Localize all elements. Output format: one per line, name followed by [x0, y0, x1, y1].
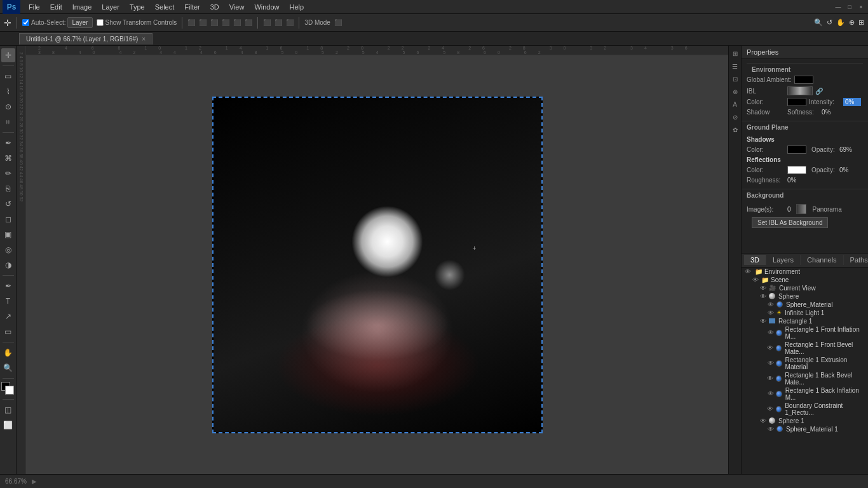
- menu-file[interactable]: File: [24, 2, 44, 12]
- quick-mask-icon[interactable]: ◫: [1, 403, 15, 417]
- crop-tool[interactable]: ⌗: [1, 115, 15, 129]
- color-swatch[interactable]: [787, 98, 806, 106]
- tab-paths[interactable]: Paths: [844, 255, 868, 265]
- show-transform-checkbox[interactable]: [97, 19, 104, 26]
- close-button[interactable]: ×: [857, 3, 865, 11]
- rectangular-marquee-tool[interactable]: ▭: [1, 69, 15, 83]
- right-icon-7[interactable]: ✿: [730, 125, 740, 135]
- eye-icon-rect1[interactable]: 👁: [759, 318, 767, 325]
- menu-view[interactable]: View: [225, 2, 249, 12]
- quick-selection-tool[interactable]: ⊙: [1, 100, 15, 114]
- eye-icon-r1fb[interactable]: 👁: [767, 344, 774, 351]
- align-center-icon[interactable]: ⬛: [199, 19, 207, 26]
- shadow-color-swatch[interactable]: [787, 146, 806, 154]
- maximize-button[interactable]: □: [845, 3, 854, 11]
- gradient-tool[interactable]: ▣: [1, 227, 15, 241]
- eye-icon-sphere[interactable]: 👁: [759, 293, 767, 300]
- tree-item-sphere1[interactable]: 👁 Sphere 1: [742, 417, 868, 425]
- set-ibl-button[interactable]: Set IBL As Background: [752, 217, 828, 228]
- 3d-orbit-icon[interactable]: ⊕: [849, 18, 855, 27]
- eye-icon-r1bi[interactable]: 👁: [767, 390, 774, 397]
- tree-item-rect1-extrusion[interactable]: 👁 Rectangle 1 Extrusion Material: [742, 356, 868, 371]
- brush-tool[interactable]: ✏: [1, 166, 15, 180]
- background-color[interactable]: [5, 386, 14, 395]
- tree-item-current-view[interactable]: 👁 🎥 Current View: [742, 284, 868, 292]
- tree-item-rect1-back-inflation[interactable]: 👁 Rectangle 1 Back Inflation M...: [742, 386, 868, 402]
- eye-icon-light[interactable]: 👁: [767, 309, 775, 316]
- distribute-right-icon[interactable]: ⬛: [286, 19, 294, 26]
- screen-mode-icon[interactable]: ⬜: [1, 418, 15, 432]
- distribute-center-icon[interactable]: ⬛: [275, 19, 282, 26]
- eye-icon-r1bb[interactable]: 👁: [767, 375, 774, 382]
- tree-item-rect1-front-bevel[interactable]: 👁 Rectangle 1 Front Bevel Mate...: [742, 341, 868, 356]
- pen-tool[interactable]: ✒: [1, 279, 15, 293]
- eye-icon-sphere-mat1[interactable]: 👁: [767, 426, 775, 433]
- zoom-tool[interactable]: 🔍: [1, 361, 15, 375]
- tree-item-sphere-material[interactable]: 👁 Sphere_Material: [742, 301, 868, 309]
- healing-brush-tool[interactable]: ⌘: [1, 151, 15, 165]
- eye-icon-sphere1[interactable]: 👁: [759, 417, 767, 424]
- auto-select-checkbox[interactable]: [22, 19, 29, 26]
- dodge-tool[interactable]: ◑: [1, 258, 15, 272]
- tree-item-boundary-constraint[interactable]: 👁 Boundary Constraint 1_Rectu...: [742, 402, 868, 417]
- path-selection-tool[interactable]: ↗: [1, 309, 15, 323]
- move-tool-icon[interactable]: ✛: [4, 18, 11, 28]
- hand-icon[interactable]: ✋: [836, 18, 845, 27]
- align-right-icon[interactable]: ⬛: [210, 19, 218, 26]
- menu-filter[interactable]: Filter: [180, 2, 204, 12]
- menu-edit[interactable]: Edit: [46, 2, 67, 12]
- tab-layers[interactable]: Layers: [766, 255, 801, 265]
- minimize-button[interactable]: —: [834, 3, 843, 11]
- menu-help[interactable]: Help: [285, 2, 309, 12]
- right-icon-4[interactable]: ⊗: [730, 86, 740, 97]
- menu-image[interactable]: Image: [68, 2, 97, 12]
- 3d-mode-icon[interactable]: ⬛: [334, 19, 342, 26]
- tab-channels[interactable]: Channels: [801, 255, 843, 265]
- rotate-view-icon[interactable]: ↺: [827, 18, 832, 27]
- eyedropper-tool[interactable]: ✒: [1, 136, 15, 150]
- tree-item-rectangle1[interactable]: 👁 Rectangle 1: [742, 317, 868, 325]
- move-tool[interactable]: ✛: [1, 48, 15, 62]
- menu-window[interactable]: Window: [250, 2, 283, 12]
- menu-type[interactable]: Type: [125, 2, 149, 12]
- intensity-input[interactable]: 0%: [843, 98, 861, 106]
- blur-tool[interactable]: ◎: [1, 243, 15, 257]
- menu-layer[interactable]: Layer: [97, 2, 124, 12]
- zoom-icon[interactable]: 🔍: [814, 18, 823, 27]
- lasso-tool[interactable]: ⌇: [1, 85, 15, 98]
- clone-stamp-tool[interactable]: ⎘: [1, 182, 15, 196]
- eye-icon-bc[interactable]: 👁: [767, 405, 774, 412]
- tree-item-sphere[interactable]: 👁 Sphere: [742, 292, 868, 301]
- tab-close-icon[interactable]: ×: [142, 36, 146, 43]
- menu-select[interactable]: Select: [151, 2, 179, 12]
- tree-item-scene[interactable]: 👁 📁 Scene: [742, 276, 868, 284]
- reflection-color-swatch[interactable]: [787, 166, 806, 174]
- tree-item-rect1-back-bevel[interactable]: 👁 Rectangle 1 Back Bevel Mate...: [742, 371, 868, 386]
- type-tool[interactable]: T: [1, 294, 15, 308]
- eye-icon-r1fi[interactable]: 👁: [767, 329, 774, 336]
- right-icon-5[interactable]: A: [730, 99, 740, 109]
- history-brush-tool[interactable]: ↺: [1, 197, 15, 211]
- menu-3d[interactable]: 3D: [206, 2, 224, 12]
- align-bottom-icon[interactable]: ⬛: [245, 19, 252, 26]
- document-tab[interactable]: Untitled-1 @ 66.7% (Layer 1, RGB/16#) ×: [19, 33, 153, 44]
- right-icon-6[interactable]: ⊘: [730, 112, 740, 122]
- tab-3d[interactable]: 3D: [744, 255, 766, 265]
- canvas-document[interactable]: [212, 97, 543, 433]
- align-left-icon[interactable]: ⬛: [187, 19, 195, 26]
- image-thumbnail[interactable]: [796, 204, 806, 214]
- distribute-left-icon[interactable]: ⬛: [263, 19, 271, 26]
- right-icon-1[interactable]: ⊞: [730, 48, 740, 58]
- right-icon-3[interactable]: ⊡: [730, 74, 740, 84]
- tree-item-sphere-material1[interactable]: 👁 Sphere_Material 1: [742, 425, 868, 433]
- align-middle-icon[interactable]: ⬛: [233, 19, 241, 26]
- eye-icon-scene[interactable]: 👁: [752, 276, 759, 283]
- eye-icon-view[interactable]: 👁: [759, 285, 767, 292]
- right-icon-2[interactable]: ☰: [730, 61, 740, 71]
- eye-icon-sphere-mat[interactable]: 👁: [767, 301, 775, 308]
- eye-icon[interactable]: 👁: [744, 268, 752, 275]
- global-ambient-swatch[interactable]: [794, 76, 813, 84]
- shape-tool[interactable]: ▭: [1, 325, 15, 339]
- eraser-tool[interactable]: ◻: [1, 212, 15, 226]
- tree-item-environment[interactable]: 👁 📁 Environment: [742, 268, 868, 276]
